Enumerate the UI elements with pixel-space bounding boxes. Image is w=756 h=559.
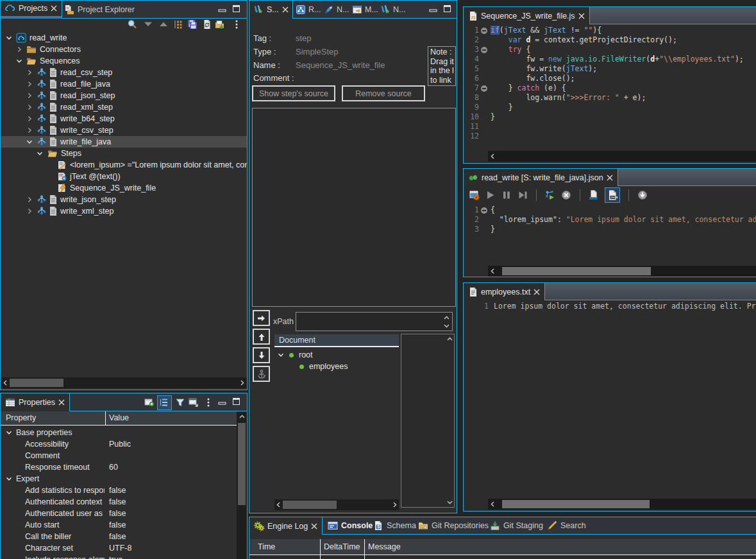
maximize-icon[interactable] xyxy=(444,5,451,12)
play-icon[interactable] xyxy=(485,190,496,200)
tab-employees-txt[interactable]: employees.txt xyxy=(464,283,545,300)
pause-icon[interactable] xyxy=(501,190,512,200)
tree-row[interactable]: read_json_step xyxy=(1,90,247,101)
property-row[interactable]: Auto start false xyxy=(1,519,237,531)
link-with-editor-icon[interactable] xyxy=(173,19,183,30)
pin-view-icon[interactable] xyxy=(144,397,155,408)
tree-row[interactable]: write_xml_step xyxy=(1,205,247,217)
chevron-collapsed-icon[interactable] xyxy=(26,127,33,133)
json-editor-hscrollbar[interactable] xyxy=(488,266,756,277)
search-icon[interactable] xyxy=(127,19,137,30)
chevron-collapsed-icon[interactable] xyxy=(16,46,22,53)
column-deltatime[interactable]: DeltaTime xyxy=(324,542,360,551)
tree-row[interactable]: Connectors xyxy=(1,44,247,55)
tab-mobile[interactable]: M... xyxy=(349,1,381,18)
close-icon[interactable] xyxy=(58,399,65,406)
chevron-expanded-icon[interactable] xyxy=(16,58,22,64)
fold-marker[interactable] xyxy=(481,85,487,92)
property-row[interactable]: Call the biller false xyxy=(1,531,237,542)
tab-git-repositories[interactable]: Git Repositories xyxy=(414,517,493,534)
column-time[interactable]: Time xyxy=(258,542,275,551)
show-advanced-icon[interactable] xyxy=(189,397,199,408)
tree-row[interactable]: Sequence_JS_write_file xyxy=(1,182,247,194)
chevron-collapsed-icon[interactable] xyxy=(26,208,33,214)
js-editor-hscrollbar[interactable] xyxy=(488,151,756,162)
tree-row[interactable]: read_xml_step xyxy=(1,101,247,113)
doc-tree-row[interactable]: employees xyxy=(274,361,399,372)
txt-editor-hscrollbar[interactable] xyxy=(488,499,756,510)
scroll-right-icon[interactable] xyxy=(391,501,398,508)
document-hscrollbar[interactable] xyxy=(274,499,399,510)
property-row[interactable]: Authenticated context required false xyxy=(1,496,237,508)
scroll-up-icon[interactable] xyxy=(239,413,246,420)
chevron-expanded-icon[interactable] xyxy=(278,352,284,358)
close-icon[interactable] xyxy=(311,523,317,529)
show-xml-icon[interactable] xyxy=(589,190,599,200)
tab-json-requester[interactable]: read_write [S: write_file_java].json xyxy=(464,169,618,186)
tab-git-staging[interactable]: Git Staging xyxy=(485,517,548,534)
chevron-collapsed-icon[interactable] xyxy=(26,92,33,99)
xpath-apply-button[interactable] xyxy=(253,310,270,326)
tab-engine-log[interactable]: Engine Log xyxy=(249,517,323,535)
scroll-left-icon[interactable] xyxy=(2,379,9,386)
xpath-anchor-button[interactable] xyxy=(253,366,270,382)
chevron-up-icon[interactable] xyxy=(158,19,169,30)
chevron-expanded-icon[interactable] xyxy=(6,476,12,482)
property-row[interactable]: Accessibility Public xyxy=(1,438,237,450)
column-property[interactable]: Property xyxy=(6,413,36,422)
tree-row[interactable]: write_json_step xyxy=(1,194,247,205)
fold-marker[interactable] xyxy=(481,28,487,34)
view-menu-icon[interactable] xyxy=(203,397,214,408)
property-row[interactable]: Character set UTF-8 xyxy=(1,542,237,554)
show-step-source-button[interactable]: Show step's source xyxy=(252,85,335,101)
tree-row[interactable]: jText @(text()) xyxy=(1,171,247,182)
properties-vscrollbar[interactable] xyxy=(237,411,247,559)
chevron-collapsed-icon[interactable] xyxy=(26,69,33,76)
fold-marker[interactable] xyxy=(481,47,487,53)
chevron-collapsed-icon[interactable] xyxy=(26,81,33,87)
show-json-toggle[interactable] xyxy=(605,187,620,203)
js-code-area[interactable]: 1if(jText && jText != ""){ 2 var d = con… xyxy=(464,26,756,141)
chevron-expanded-icon[interactable] xyxy=(37,150,43,157)
tree-row-selected[interactable]: write_file_java xyxy=(1,136,247,148)
tree-row[interactable]: write_b64_step xyxy=(1,113,247,125)
chevron-collapsed-icon[interactable] xyxy=(26,116,33,122)
engine-settings-icon[interactable] xyxy=(469,190,480,200)
property-row[interactable]: Add statistics to response false xyxy=(1,485,237,496)
close-icon[interactable] xyxy=(607,175,613,181)
save-all-icon[interactable] xyxy=(187,19,197,30)
tab-js-file[interactable]: Sequence_JS_write_file.js xyxy=(464,7,590,24)
property-row[interactable]: Authenticated user as cache key false xyxy=(1,508,237,519)
tree-row[interactable]: read_write xyxy=(1,32,247,44)
maximize-icon[interactable] xyxy=(233,5,240,12)
document-header[interactable]: Document xyxy=(274,334,399,347)
spinner-up-icon[interactable] xyxy=(443,314,450,321)
tab-projects[interactable]: Projects xyxy=(1,1,62,19)
scroll-left-icon[interactable] xyxy=(489,153,496,160)
doc-tree-row[interactable]: root xyxy=(274,349,399,361)
tree-row[interactable]: read_csv_step xyxy=(1,67,247,78)
refresh-icon[interactable] xyxy=(202,19,212,30)
minimize-icon[interactable] xyxy=(430,5,437,12)
maximize-icon[interactable] xyxy=(233,398,240,405)
scroll-left-icon[interactable] xyxy=(489,501,496,508)
chevron-expanded-icon[interactable] xyxy=(26,139,33,145)
chevron-collapsed-icon[interactable] xyxy=(26,196,33,203)
tree-row[interactable]: read_file_java xyxy=(1,78,247,90)
property-row[interactable]: Comment xyxy=(1,450,237,461)
view-menu-icon[interactable] xyxy=(231,19,242,30)
download-icon[interactable] xyxy=(637,190,648,200)
scroll-left-icon[interactable] xyxy=(489,268,496,275)
xpath-down-button[interactable] xyxy=(253,347,270,363)
chevron-expanded-icon[interactable] xyxy=(6,35,12,41)
tree-row[interactable]: <lorem_ipsum> ="Lorem ipsum dolor sit am… xyxy=(1,159,247,171)
chevron-collapsed-icon[interactable] xyxy=(26,104,33,110)
remove-source-button[interactable]: Remove source xyxy=(342,85,425,101)
close-icon[interactable] xyxy=(282,6,289,13)
txt-code-area[interactable]: 1Lorem ipsum dolor sit amet, consectetur… xyxy=(464,302,756,311)
chevron-expanded-icon[interactable] xyxy=(6,429,12,436)
tree-row[interactable]: Sequences xyxy=(1,55,247,67)
close-icon[interactable] xyxy=(51,5,57,12)
property-row[interactable]: Base properties xyxy=(1,427,237,438)
tab-properties[interactable]: Properties xyxy=(1,393,70,411)
